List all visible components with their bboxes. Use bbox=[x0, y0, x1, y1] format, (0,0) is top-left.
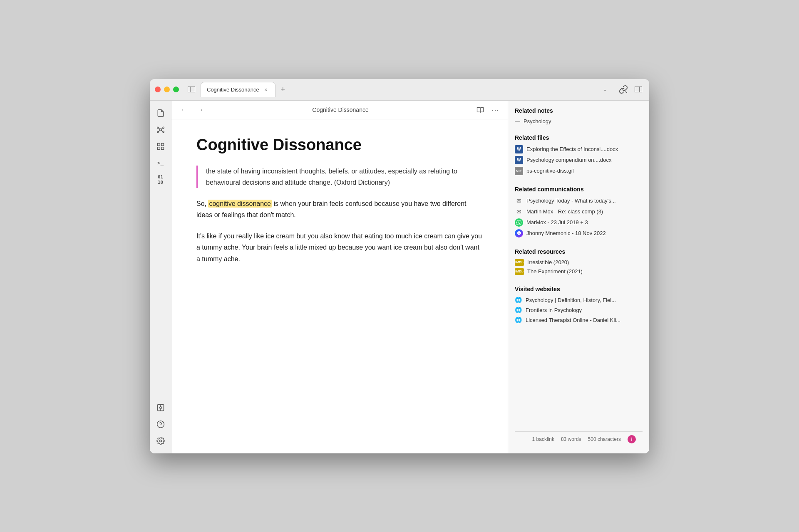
resource-label-1: Irresistible (2020) bbox=[527, 259, 569, 265]
word-icon: W bbox=[515, 145, 523, 153]
widget-icon[interactable] bbox=[153, 400, 168, 415]
tab-dropdown-button[interactable]: ⌄ bbox=[599, 84, 611, 95]
highlighted-term: cognitive dissonance bbox=[208, 200, 272, 208]
comm-item-2[interactable]: ✉ Martin Mox - Re: class comp (3) bbox=[515, 208, 643, 216]
new-tab-button[interactable]: + bbox=[277, 84, 289, 95]
status-indicator[interactable]: i bbox=[628, 435, 636, 443]
content-area: ← → Cognitive Dissonance ⋯ Cognitive Dis… bbox=[171, 101, 508, 453]
character-count: 500 characters bbox=[588, 436, 621, 442]
blockquote-text: the state of having inconsistent thought… bbox=[206, 168, 457, 186]
comm-item-3[interactable]: MarMox - 23 Jul 2019 + 3 bbox=[515, 218, 643, 227]
paragraph-2: It's like if you really like ice cream b… bbox=[196, 230, 483, 265]
help-icon[interactable] bbox=[153, 417, 168, 432]
tab-title: Cognitive Dissonance bbox=[207, 87, 259, 93]
file-item-2[interactable]: W Psychology compendium on....docx bbox=[515, 156, 643, 164]
terminal-icon[interactable]: >_ bbox=[153, 156, 168, 171]
comm-item-4[interactable]: Jhonny Mnemonic - 18 Nov 2022 bbox=[515, 229, 643, 238]
minimize-button[interactable] bbox=[164, 87, 170, 92]
paragraph-1: So, cognitive dissonance is when your br… bbox=[196, 198, 483, 220]
forward-button[interactable]: → bbox=[195, 104, 206, 116]
reader-view-icon[interactable] bbox=[474, 104, 486, 116]
document-title: Cognitive Dissonance bbox=[196, 136, 483, 154]
notes-icon[interactable] bbox=[153, 106, 168, 121]
svg-line-13 bbox=[161, 130, 162, 131]
related-resources-section: Related resources IMDb Irresistible (202… bbox=[515, 248, 643, 277]
paragraph-1-before: So, bbox=[196, 200, 208, 207]
globe-icon-1: 🌐 bbox=[515, 297, 522, 304]
file-label-3: ps-cognitive-diss.gif bbox=[526, 168, 574, 174]
svg-rect-16 bbox=[157, 147, 160, 149]
back-button[interactable]: ← bbox=[178, 104, 190, 116]
more-options-icon[interactable]: ⋯ bbox=[489, 104, 501, 116]
globe-icon-3: 🌐 bbox=[515, 317, 522, 324]
visited-websites-title: Visited websites bbox=[515, 286, 643, 292]
svg-rect-14 bbox=[157, 143, 160, 146]
backlinks-count: 1 backlink bbox=[532, 436, 554, 442]
fullscreen-button[interactable] bbox=[173, 87, 179, 92]
related-notes-section: Related notes — Psychology bbox=[515, 107, 643, 126]
related-note-psychology[interactable]: — Psychology bbox=[515, 118, 643, 124]
document-content: Cognitive Dissonance the state of having… bbox=[171, 119, 508, 453]
resource-item-1[interactable]: IMDb Irresistible (2020) bbox=[515, 259, 643, 266]
left-sidebar: >_ 0110 bbox=[150, 101, 171, 453]
website-label-1: Psychology | Definition, History, Fiel..… bbox=[526, 297, 616, 303]
svg-rect-15 bbox=[161, 143, 164, 146]
related-resources-title: Related resources bbox=[515, 248, 643, 255]
comm-label-2: Martin Mox - Re: class comp (3) bbox=[526, 208, 603, 215]
svg-point-9 bbox=[163, 131, 164, 132]
right-sidebar: Related notes — Psychology Related files… bbox=[508, 101, 649, 453]
resource-item-2[interactable]: IMDb The Experiment (2021) bbox=[515, 268, 643, 275]
website-label-2: Frontiers in Psychology bbox=[526, 307, 582, 313]
svg-point-22 bbox=[157, 421, 164, 428]
settings-icon[interactable] bbox=[153, 433, 168, 448]
svg-point-7 bbox=[163, 127, 164, 128]
imdb-icon-1: IMDb bbox=[515, 259, 524, 266]
toolbar-right: ⋯ bbox=[474, 104, 501, 116]
messenger-icon bbox=[515, 229, 523, 238]
svg-line-12 bbox=[159, 130, 160, 131]
app-window: Cognitive Dissonance × + ⌄ bbox=[150, 79, 649, 453]
svg-rect-0 bbox=[188, 87, 195, 92]
traffic-lights bbox=[155, 87, 179, 92]
whatsapp-icon bbox=[515, 218, 523, 227]
toolbar: ← → Cognitive Dissonance ⋯ bbox=[171, 101, 508, 119]
dash-icon: — bbox=[515, 118, 520, 124]
main-area: >_ 0110 bbox=[150, 101, 649, 453]
website-item-2[interactable]: 🌐 Frontiers in Psychology bbox=[515, 307, 643, 314]
comm-label-3: MarMox - 23 Jul 2019 + 3 bbox=[526, 219, 588, 225]
tab-close-button[interactable]: × bbox=[263, 87, 269, 93]
related-communications-section: Related communications ✉ Psychology Toda… bbox=[515, 186, 643, 240]
sidebar-toggle-button[interactable] bbox=[186, 84, 197, 95]
link-icon[interactable] bbox=[618, 84, 629, 95]
comm-label-4: Jhonny Mnemonic - 18 Nov 2022 bbox=[526, 230, 606, 236]
toolbar-doc-title: Cognitive Dissonance bbox=[211, 106, 469, 113]
file-item-1[interactable]: W Exploring the Effects of Inconsi....do… bbox=[515, 145, 643, 153]
website-item-3[interactable]: 🌐 Licensed Therapist Online - Daniel Kli… bbox=[515, 317, 643, 324]
gif-icon: GIF bbox=[515, 167, 523, 175]
svg-point-6 bbox=[157, 127, 158, 128]
email-icon-2: ✉ bbox=[515, 208, 523, 216]
related-communications-title: Related communications bbox=[515, 186, 643, 193]
related-files-title: Related files bbox=[515, 134, 643, 141]
imdb-icon-2: IMDb bbox=[515, 268, 524, 275]
binary-icon[interactable]: 0110 bbox=[153, 172, 168, 187]
blockquote: the state of having inconsistent thought… bbox=[196, 166, 483, 188]
comm-item-1[interactable]: ✉ Psychology Today - What is today's... bbox=[515, 197, 643, 205]
related-notes-title: Related notes bbox=[515, 107, 643, 114]
svg-line-11 bbox=[161, 128, 162, 129]
grid-icon[interactable] bbox=[153, 139, 168, 154]
right-panel-toggle-icon[interactable] bbox=[633, 84, 644, 95]
website-label-3: Licensed Therapist Online - Daniel Kli..… bbox=[526, 317, 620, 323]
resource-label-2: The Experiment (2021) bbox=[527, 268, 583, 275]
file-item-3[interactable]: GIF ps-cognitive-diss.gif bbox=[515, 167, 643, 175]
svg-line-2 bbox=[626, 92, 627, 93]
website-item-1[interactable]: 🌐 Psychology | Definition, History, Fiel… bbox=[515, 297, 643, 304]
close-button[interactable] bbox=[155, 87, 161, 92]
connections-icon[interactable] bbox=[153, 122, 168, 137]
related-note-label: Psychology bbox=[524, 118, 551, 124]
active-tab[interactable]: Cognitive Dissonance × bbox=[201, 82, 275, 97]
titlebar-right bbox=[618, 84, 644, 95]
svg-rect-3 bbox=[635, 87, 642, 92]
svg-line-10 bbox=[159, 128, 160, 129]
comm-label-1: Psychology Today - What is today's... bbox=[526, 198, 616, 204]
